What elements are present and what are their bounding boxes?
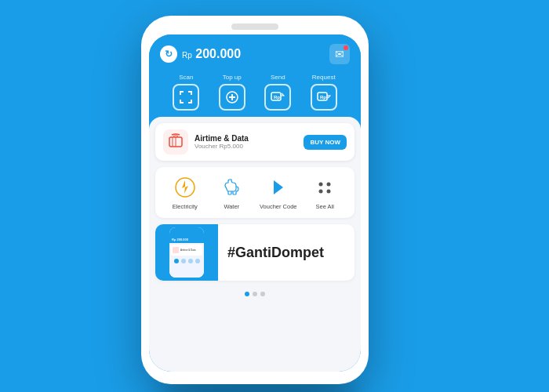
service-water[interactable]: Water <box>210 175 254 210</box>
svg-point-23 <box>327 190 331 194</box>
svg-rect-7 <box>191 100 192 103</box>
airtime-icon <box>167 133 184 151</box>
promo-icon <box>163 129 188 154</box>
notification-badge <box>344 45 348 50</box>
phone-wrapper: ↻ Rp 200.000 ✉ <box>141 16 376 392</box>
mini-nav-dot-1 <box>174 259 179 263</box>
promo-subtitle: Voucher Rp5.000 <box>195 143 297 150</box>
electricity-icon-wrapper <box>173 175 198 200</box>
bottom-promo-card[interactable]: Rp 200.000 Airtime & Data <box>155 224 354 281</box>
buy-now-button[interactable]: BUY NOW <box>304 135 347 150</box>
svg-point-20 <box>319 183 323 187</box>
scan-action[interactable]: Scan <box>173 74 199 111</box>
voucher-label: Voucher Code <box>260 203 297 210</box>
promo-title: Airtime & Data <box>195 134 297 143</box>
tagline-text: #GantiDompet <box>227 245 324 261</box>
topup-button[interactable] <box>219 84 245 111</box>
voucher-icon-wrapper <box>266 175 291 200</box>
balance-display: Rp 200.000 <box>182 47 241 61</box>
services-grid: Electricity <box>155 167 354 218</box>
mini-nav <box>171 257 202 265</box>
dot-2 <box>253 292 257 296</box>
bottom-card-text: #GantiDompet <box>218 224 354 281</box>
svg-rect-1 <box>180 91 181 95</box>
water-label: Water <box>224 203 239 210</box>
svg-point-21 <box>327 183 331 187</box>
promo-info: Airtime & Data Voucher Rp5.000 <box>195 134 297 150</box>
send-button[interactable]: Rp <box>264 84 291 111</box>
scan-label: Scan <box>179 74 193 81</box>
logo-balance: ↻ Rp 200.000 <box>160 45 241 63</box>
logo-icon: ↻ <box>160 45 177 63</box>
promo-banner[interactable]: Airtime & Data Voucher Rp5.000 BUY NOW <box>155 123 354 161</box>
request-button[interactable]: Rp <box>311 84 337 111</box>
request-rp-icon: Rp <box>317 92 331 103</box>
request-label: Request <box>312 74 336 81</box>
scan-icon <box>179 90 193 104</box>
water-icon-wrapper <box>219 175 244 200</box>
phone-frame: ↻ Rp 200.000 ✉ <box>141 16 369 384</box>
mini-nav-dot-2 <box>181 259 186 263</box>
mini-nav-dot-3 <box>188 259 193 263</box>
service-electricity[interactable]: Electricity <box>163 175 207 210</box>
electricity-label: Electricity <box>173 203 198 210</box>
plus-icon <box>226 91 238 103</box>
see-all-icon-wrapper <box>312 175 337 200</box>
svg-point-22 <box>319 190 323 194</box>
mini-phone-content: Airtime & Data <box>169 243 204 278</box>
topup-label: Top up <box>223 74 242 81</box>
phone-screen: ↻ Rp 200.000 ✉ <box>149 34 361 372</box>
mini-phone-header: Rp 200.000 <box>169 227 204 243</box>
mini-phone: Rp 200.000 Airtime & Data <box>169 227 204 278</box>
mini-balance: Rp 200.000 <box>172 238 188 241</box>
header-top: ↻ Rp 200.000 ✉ <box>160 44 350 64</box>
dot-1 <box>245 292 249 296</box>
send-action[interactable]: Send Rp <box>264 74 291 111</box>
electricity-icon <box>174 176 196 198</box>
service-see-all[interactable]: See All <box>304 175 347 210</box>
svg-text:Rp: Rp <box>274 95 280 100</box>
svg-rect-3 <box>191 91 192 95</box>
dots-indicator <box>149 287 361 299</box>
water-icon <box>220 176 242 198</box>
notification-button[interactable]: ✉ <box>329 44 350 64</box>
app-background: ↻ Rp 200.000 ✉ <box>0 0 549 392</box>
scan-button[interactable] <box>173 84 199 111</box>
voucher-code-icon <box>267 176 289 198</box>
phone-notch <box>231 24 278 30</box>
bottom-card-image: Rp 200.000 Airtime & Data <box>155 224 218 281</box>
mini-banner: Airtime & Data <box>171 245 202 256</box>
action-buttons: Scan <box>160 74 350 111</box>
envelope-icon: ✉ <box>335 48 344 60</box>
topup-action[interactable]: Top up <box>219 74 245 111</box>
svg-text:Rp: Rp <box>320 95 326 100</box>
mini-banner-text: Airtime & Data <box>180 249 195 252</box>
dot-3 <box>260 292 265 296</box>
svg-marker-19 <box>274 180 283 194</box>
see-all-label: See All <box>316 203 334 210</box>
svg-rect-5 <box>180 100 181 103</box>
service-voucher[interactable]: Voucher Code <box>256 175 300 210</box>
request-action[interactable]: Request Rp <box>311 74 337 111</box>
send-rp-icon: Rp <box>271 92 285 103</box>
content-area: Airtime & Data Voucher Rp5.000 BUY NOW <box>149 117 361 372</box>
logo-arrow-icon: ↻ <box>165 49 173 60</box>
send-label: Send <box>271 74 285 81</box>
mini-banner-icon <box>173 247 179 253</box>
see-all-icon <box>314 176 336 198</box>
mini-nav-dot-4 <box>195 259 200 263</box>
header: ↻ Rp 200.000 ✉ <box>149 34 361 117</box>
